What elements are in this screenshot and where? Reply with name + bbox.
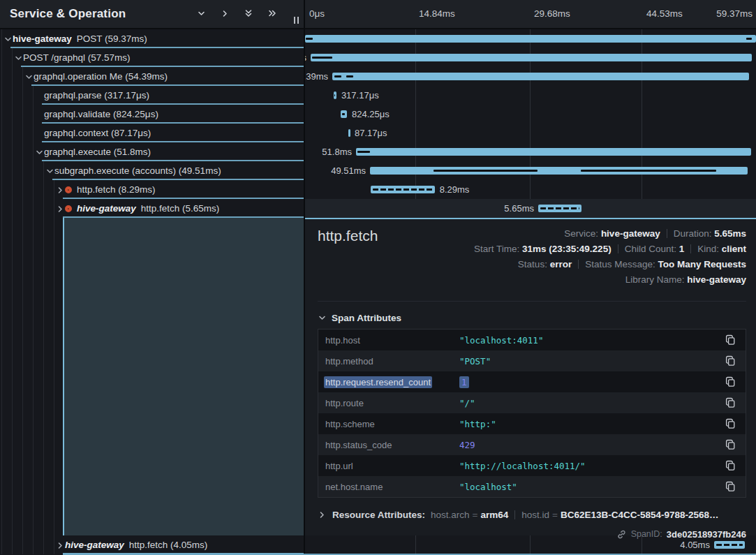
span-tree-row[interactable]: hive-gatewayhttp.fetch (5.65ms) bbox=[0, 199, 304, 218]
span-gap-marker bbox=[312, 57, 332, 59]
tree-indent-guide bbox=[33, 199, 34, 218]
span-tree-row[interactable]: graphql.context (87.17μs) bbox=[0, 124, 304, 142]
span-bar[interactable] bbox=[348, 129, 350, 137]
attribute-row: net.host.name"localhost" bbox=[318, 476, 746, 497]
expand-children-icon[interactable] bbox=[220, 8, 230, 18]
resource-value: BC62E13B-C4CC-5854-9788-2568… bbox=[561, 510, 719, 520]
span-bar[interactable] bbox=[332, 73, 749, 80]
ruler-tick: 44.53ms bbox=[646, 8, 683, 19]
meta-value: hive-gateway bbox=[687, 274, 746, 285]
span-label: POST /graphql (57.57ms) bbox=[23, 48, 131, 67]
span-tree-row[interactable]: graphql.operation Me (54.39ms) bbox=[0, 67, 304, 86]
ruler-tick: 59.37ms bbox=[716, 8, 753, 19]
copy-icon[interactable] bbox=[722, 394, 739, 411]
operation-name: POST (59.37ms) bbox=[77, 34, 147, 44]
timeline-row[interactable]: 49.51ms bbox=[305, 161, 756, 180]
timeline-row[interactable]: 57.57ms bbox=[305, 48, 756, 67]
resource-attributes-row[interactable]: Resource Attributes: host.arch=arm64host… bbox=[318, 507, 746, 522]
span-bar[interactable] bbox=[311, 54, 752, 61]
span-id-label: SpanID: bbox=[631, 529, 662, 539]
attribute-row: http.scheme"http:" bbox=[318, 413, 746, 434]
timeline-row[interactable]: 51.8ms bbox=[305, 142, 756, 161]
tree-indent-guide bbox=[12, 67, 13, 86]
span-id-value: 3de02518937fb246 bbox=[667, 529, 746, 540]
span-gap-marker bbox=[334, 94, 335, 96]
panel-resize-handle[interactable] bbox=[294, 17, 299, 24]
span-tree-row[interactable]: http.fetch (8.29ms) bbox=[0, 180, 304, 199]
chevron-down-icon[interactable] bbox=[14, 53, 23, 66]
tree-indent-guide bbox=[12, 86, 13, 105]
span-tree-row[interactable]: POST /graphql (57.57ms) bbox=[0, 48, 304, 67]
chevron-down-icon[interactable] bbox=[24, 72, 34, 84]
chevron-right-icon[interactable] bbox=[56, 204, 65, 216]
span-attributes-table: http.host"localhost:4011"http.method"POS… bbox=[318, 329, 746, 498]
span-tree-row[interactable]: subgraph.execute (accounts) (49.51ms) bbox=[0, 161, 304, 180]
attribute-value: "http:" bbox=[459, 419, 722, 429]
span-tree-row[interactable]: graphql.execute (51.8ms) bbox=[0, 142, 304, 161]
error-icon bbox=[65, 186, 72, 193]
meta-key: Child Count: bbox=[625, 244, 679, 254]
attribute-value: "http://localhost:4011/" bbox=[459, 461, 722, 471]
timeline-row[interactable]: 8.29ms bbox=[305, 180, 756, 199]
attribute-value: 1 bbox=[459, 377, 722, 387]
span-bar[interactable] bbox=[538, 205, 581, 212]
span-tree-row[interactable]: hive-gatewayPOST (59.37ms) bbox=[0, 29, 304, 48]
chevron-down-icon[interactable] bbox=[3, 34, 13, 47]
chevron-right-icon[interactable] bbox=[56, 185, 65, 198]
span-attributes-toggle[interactable]: Span Attributes bbox=[318, 311, 746, 324]
timeline-row[interactable]: 824.25μs bbox=[305, 105, 756, 124]
span-tree-row[interactable]: graphql.parse (317.17μs) bbox=[0, 86, 304, 105]
meta-key: Service: bbox=[564, 228, 601, 239]
tree-indent-guide bbox=[12, 48, 13, 67]
tree-indent-guide bbox=[33, 142, 34, 161]
attribute-row: http.request.resend_count1 bbox=[318, 371, 746, 392]
chevron-down-icon bbox=[318, 313, 327, 323]
copy-icon[interactable] bbox=[722, 373, 739, 390]
ruler-tick: 0μs bbox=[309, 8, 325, 19]
attribute-row: http.url"http://localhost:4011/" bbox=[318, 455, 746, 476]
span-bar-dashes bbox=[716, 544, 743, 546]
span-tree-row[interactable]: graphql.validate (824.25μs) bbox=[0, 105, 304, 124]
span-label: graphql.operation Me (54.39ms) bbox=[34, 67, 168, 86]
tree-indent-guide bbox=[54, 218, 54, 535]
span-label: hive-gatewayhttp.fetch (5.65ms) bbox=[65, 199, 219, 218]
tree-indent-guide bbox=[43, 180, 44, 199]
timeline-row[interactable]: 54.39ms bbox=[305, 67, 756, 86]
chevron-down-icon[interactable] bbox=[45, 166, 54, 179]
timeline-row[interactable]: 87.17μs bbox=[305, 124, 756, 142]
copy-icon[interactable] bbox=[722, 353, 739, 369]
tree-indent-guide bbox=[22, 124, 23, 142]
meta-key: Status Message: bbox=[585, 259, 658, 269]
collapse-children-icon[interactable] bbox=[196, 8, 206, 18]
span-tree-row[interactable]: hive-gatewayhttp.fetch (4.05ms) bbox=[0, 535, 304, 554]
chevron-down-icon[interactable] bbox=[35, 147, 44, 160]
copy-icon[interactable] bbox=[722, 436, 739, 453]
chevron-right-icon[interactable] bbox=[56, 540, 65, 553]
duration-label: 5.65ms bbox=[504, 203, 534, 214]
resource-attributes-title: Resource Attributes: bbox=[332, 510, 425, 520]
attribute-value: "POST" bbox=[459, 356, 722, 367]
copy-icon[interactable] bbox=[722, 478, 739, 495]
span-tree-rows: hive-gatewayPOST (59.37ms)POST /graphql … bbox=[0, 29, 304, 218]
timeline-row[interactable] bbox=[305, 29, 756, 48]
timeline-row[interactable]: 317.17μs bbox=[305, 86, 756, 105]
tree-indent-guide bbox=[1, 199, 2, 218]
copy-icon[interactable] bbox=[722, 457, 739, 474]
span-bar[interactable] bbox=[371, 186, 435, 193]
copy-icon[interactable] bbox=[722, 332, 739, 348]
span-bar[interactable] bbox=[714, 541, 745, 549]
link-icon[interactable] bbox=[616, 529, 627, 540]
tree-indent-guide bbox=[33, 535, 34, 554]
span-gap-marker bbox=[306, 38, 313, 40]
copy-icon[interactable] bbox=[722, 415, 739, 432]
collapse-all-icon[interactable] bbox=[244, 8, 253, 18]
timeline-row[interactable]: 5.65ms bbox=[305, 199, 756, 218]
span-label: hive-gatewayPOST (59.37ms) bbox=[13, 29, 147, 48]
span-bar[interactable] bbox=[305, 35, 756, 43]
error-icon bbox=[65, 205, 72, 212]
expand-all-icon[interactable] bbox=[267, 8, 277, 18]
panel-title: Service & Operation bbox=[10, 7, 126, 21]
ruler-tick: 29.68ms bbox=[534, 8, 570, 19]
span-bar[interactable] bbox=[356, 148, 751, 156]
operation-name: http.fetch (5.65ms) bbox=[141, 203, 220, 214]
